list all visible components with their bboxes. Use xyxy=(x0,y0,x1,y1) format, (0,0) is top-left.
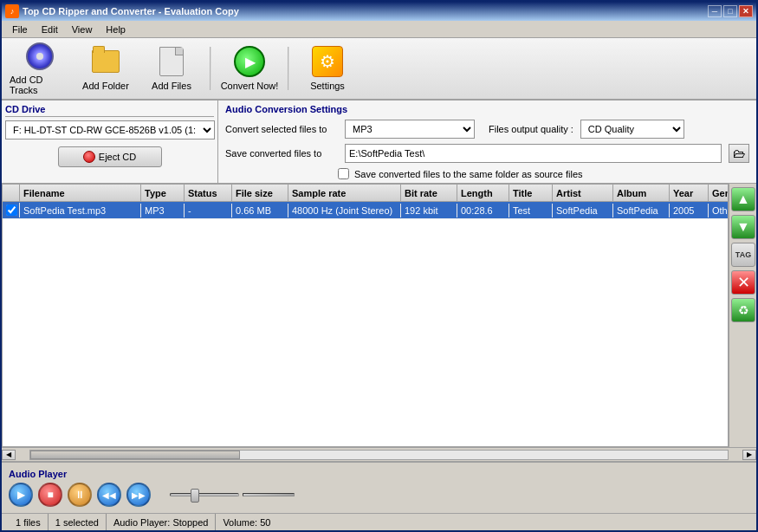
toolbar: Add CD Tracks Add Folder Add Files Conve… xyxy=(2,38,756,101)
settings-icon: ⚙ xyxy=(312,46,343,77)
save-path-row: Save converted files to 🗁 xyxy=(225,144,749,163)
player-controls: ▶ ■ ⏸ ◀◀ ▶▶ xyxy=(9,483,749,507)
menu-bar: File Edit View Help xyxy=(2,21,756,38)
file-list-body: SoftPedia Test.mp3 MP3 - 0.66 MB 48000 H… xyxy=(3,202,728,446)
convert-now-label: Convert Now! xyxy=(221,81,279,91)
main-list-area: Filename Type Status File size Sample ra… xyxy=(2,184,756,447)
browse-button[interactable]: 🗁 xyxy=(729,144,749,163)
save-to-label: Save converted files to xyxy=(225,148,338,159)
file-icon xyxy=(156,46,187,77)
col-header-artist[interactable]: Artist xyxy=(553,185,613,201)
cd-icon xyxy=(24,42,55,71)
convert-now-button[interactable]: Convert Now! xyxy=(218,41,281,96)
rewind-button[interactable]: ◀◀ xyxy=(97,483,121,507)
col-header-length[interactable]: Length xyxy=(457,185,509,201)
volume-thumb[interactable] xyxy=(191,489,199,503)
add-files-label: Add Files xyxy=(152,81,191,91)
volume-track xyxy=(243,493,295,496)
cell-artist: SoftPedia xyxy=(553,204,613,217)
eject-icon xyxy=(83,151,95,163)
folder-icon xyxy=(90,46,121,77)
side-buttons: ▲ ▼ TAG ✕ ♻ xyxy=(729,184,756,447)
eject-cd-button[interactable]: Eject CD xyxy=(58,146,162,167)
col-header-filename[interactable]: Filename xyxy=(20,185,141,201)
drive-select[interactable]: F: HL-DT-ST CD-RW GCE-8526B v1.05 (1: xyxy=(5,120,215,139)
menu-edit[interactable]: Edit xyxy=(35,23,65,36)
tag-button[interactable]: TAG xyxy=(731,243,755,267)
eject-label: Eject CD xyxy=(99,152,136,162)
settings-label: Settings xyxy=(310,81,345,91)
title-bar: ♪ Top CD Ripper and Converter - Evaluati… xyxy=(2,2,756,21)
cell-bitrate: 192 kbit xyxy=(401,204,457,217)
add-folder-button[interactable]: Add Folder xyxy=(75,41,137,96)
stop-button[interactable]: ■ xyxy=(38,483,62,507)
menu-view[interactable]: View xyxy=(65,23,100,36)
scroll-left-button[interactable]: ◀ xyxy=(2,450,16,460)
close-button[interactable]: ✕ xyxy=(739,5,753,17)
maximize-button[interactable]: □ xyxy=(723,5,737,17)
save-path-input[interactable] xyxy=(345,144,722,163)
cell-status: - xyxy=(185,204,232,217)
convert-button[interactable]: ♻ xyxy=(731,298,755,322)
status-files-count: 1 files xyxy=(9,514,49,530)
quality-select[interactable]: CD Quality High Quality Medium Quality L… xyxy=(580,120,684,139)
file-list: Filename Type Status File size Sample ra… xyxy=(2,184,729,447)
conversion-settings-label: Audio Conversion Settings xyxy=(225,104,749,114)
audio-player-label: Audio Player xyxy=(9,469,749,479)
same-folder-row: Save converted files to the same folder … xyxy=(338,168,749,179)
file-list-header: Filename Type Status File size Sample ra… xyxy=(3,185,728,202)
cell-filesize: 0.66 MB xyxy=(232,204,288,217)
col-header-status[interactable]: Status xyxy=(185,185,232,201)
delete-button[interactable]: ✕ xyxy=(731,270,755,295)
col-header-genre[interactable]: Genre xyxy=(709,185,729,201)
same-folder-checkbox[interactable] xyxy=(338,168,349,179)
cell-type: MP3 xyxy=(141,204,185,217)
settings-button[interactable]: ⚙ Settings xyxy=(296,41,359,96)
pause-button[interactable]: ⏸ xyxy=(68,483,92,507)
cell-genre: Othe xyxy=(709,204,728,217)
row-checkbox-cell xyxy=(3,203,20,217)
title-bar-buttons: ─ □ ✕ xyxy=(708,5,753,17)
conversion-settings-panel: Audio Conversion Settings Convert select… xyxy=(218,101,756,183)
menu-file[interactable]: File xyxy=(5,23,35,36)
app-icon: ♪ xyxy=(5,4,19,18)
window-title: Top CD Ripper and Converter - Evaluation… xyxy=(23,6,239,16)
row-checkbox[interactable] xyxy=(6,204,17,216)
menu-help[interactable]: Help xyxy=(99,23,133,36)
col-header-bitrate[interactable]: Bit rate xyxy=(401,185,457,201)
cell-title: Test xyxy=(509,204,553,217)
col-header-album[interactable]: Album xyxy=(613,185,670,201)
format-select[interactable]: MP3 WAV OGG WMA xyxy=(345,120,475,139)
play-button[interactable]: ▶ xyxy=(9,483,33,507)
table-row[interactable]: SoftPedia Test.mp3 MP3 - 0.66 MB 48000 H… xyxy=(3,202,728,219)
cd-drive-label: CD Drive xyxy=(5,104,214,117)
convert-to-label: Convert selected files to xyxy=(225,124,338,134)
forward-button[interactable]: ▶▶ xyxy=(126,483,151,507)
add-files-button[interactable]: Add Files xyxy=(140,41,203,96)
col-header-year[interactable]: Year xyxy=(670,185,709,201)
audio-player: Audio Player ▶ ■ ⏸ ◀◀ ▶▶ xyxy=(2,461,756,513)
col-header-filesize[interactable]: File size xyxy=(232,185,288,201)
convert-icon xyxy=(234,46,265,77)
main-window: ♪ Top CD Ripper and Converter - Evaluati… xyxy=(0,0,758,532)
status-bar: 1 files 1 selected Audio Player: Stopped… xyxy=(2,513,756,530)
title-bar-left: ♪ Top CD Ripper and Converter - Evaluati… xyxy=(5,4,239,18)
scroll-thumb[interactable] xyxy=(30,451,240,459)
volume-slider[interactable] xyxy=(170,493,239,496)
move-up-button[interactable]: ▲ xyxy=(731,187,755,211)
scroll-track[interactable] xyxy=(29,450,729,460)
add-cd-tracks-label: Add CD Tracks xyxy=(10,75,70,95)
col-header-type[interactable]: Type xyxy=(141,185,185,201)
toolbar-separator xyxy=(210,47,211,90)
status-player: Audio Player: Stopped xyxy=(107,514,216,530)
col-header-samplerate[interactable]: Sample rate xyxy=(288,185,401,201)
add-cd-tracks-button[interactable]: Add CD Tracks xyxy=(9,41,71,96)
col-header-title[interactable]: Title xyxy=(509,185,553,201)
minimize-button[interactable]: ─ xyxy=(708,5,722,17)
move-down-button[interactable]: ▼ xyxy=(731,215,755,239)
cell-filename: SoftPedia Test.mp3 xyxy=(20,204,141,217)
scroll-area: ◀ ▶ xyxy=(2,447,756,461)
scroll-right-button[interactable]: ▶ xyxy=(742,450,756,460)
format-row: Convert selected files to MP3 WAV OGG WM… xyxy=(225,120,749,139)
cell-length: 00:28.6 xyxy=(457,204,509,217)
